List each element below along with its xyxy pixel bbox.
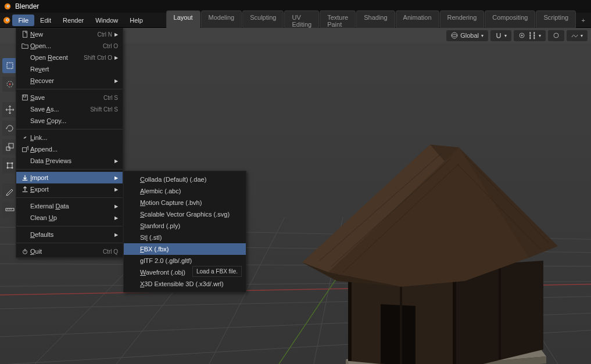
tab-layout[interactable]: Layout [166,10,200,30]
menu-item-data-previews[interactable]: Data Previews▶ [16,155,123,167]
menu-item-label: glTF 2.0 (.glb/.gltf) [140,257,241,264]
tab-compositing[interactable]: Compositing [485,10,535,30]
menu-item-label: Link... [30,134,118,141]
menu-item-label: Open Recent [30,54,84,61]
svg-rect-63 [23,95,26,98]
submenu-arrow-icon: ▶ [114,55,118,60]
workspace-tabs: LayoutModelingSculptingUV EditingTexture… [166,10,577,30]
menu-item-label: Collada (Default) (.dae) [140,176,241,183]
menu-item-label: Append... [30,146,118,153]
import-collada-default-dae[interactable]: Collada (Default) (.dae) [124,174,246,185]
import-alembic-abc[interactable]: Alembic (.abc) [124,185,246,197]
menu-item-quit[interactable]: QuitCtrl Q [16,246,123,257]
menu-item-label: Recover [30,77,112,84]
blender-logo-icon [3,2,12,10]
tab-rendering[interactable]: Rendering [440,10,485,30]
svg-point-9 [554,33,558,38]
viewport-shading-dropdown[interactable]: ▾ [567,30,588,41]
disk-icon [20,93,30,102]
svg-point-54 [12,163,13,164]
menu-item-save[interactable]: SaveCtrl S [16,92,123,103]
menu-item-open-recent[interactable]: Open RecentShift Ctrl O▶ [16,52,123,63]
import-motion-capture-bvh[interactable]: Motion Capture (.bvh) [124,197,246,208]
submenu-arrow-icon: ▶ [114,158,118,164]
svg-point-5 [6,19,8,20]
menu-window[interactable]: Window [89,15,124,26]
tab-sculpting[interactable]: Sculpting [242,10,284,30]
mesh-object-house[interactable] [285,130,558,364]
orientation-dropdown[interactable]: Global▾ [446,30,488,41]
blender-icon[interactable] [2,15,11,26]
menu-render[interactable]: Render [57,15,89,26]
menu-item-label: FBX (.fbx) [140,246,241,253]
menu-item-link[interactable]: Link... [16,132,123,143]
import-stl-stl[interactable]: Stl (.stl) [124,232,246,243]
menu-item-label: Save Copy... [30,117,118,124]
import-gltf-2-0-glb-gltf[interactable]: glTF 2.0 (.glb/.gltf) [124,255,246,266]
import-x3d-extensible-3d-x3d-wrl[interactable]: X3D Extensible 3D (.x3d/.wrl) [124,278,246,290]
svg-rect-47 [7,63,13,69]
svg-rect-57 [6,208,14,211]
menu-item-open[interactable]: Open...Ctrl O [16,40,123,52]
folder-icon [20,42,30,50]
tab-modeling[interactable]: Modeling [201,10,242,30]
svg-rect-50 [6,147,10,150]
tooltip: Load a FBX file. [192,266,242,277]
menu-item-label: Data Previews [30,157,112,164]
link-icon [20,134,30,142]
menu-help[interactable]: Help [124,15,149,26]
svg-point-6 [452,33,457,38]
power-icon [20,247,30,255]
menu-item-label: Stl (.stl) [140,234,241,241]
submenu-arrow-icon: ▶ [114,78,118,84]
svg-rect-51 [9,143,13,148]
svg-point-49 [9,84,11,85]
menu-edit[interactable]: Edit [34,15,57,26]
tab-scripting[interactable]: Scripting [536,10,576,30]
menu-item-label: Save As... [30,106,90,113]
export-icon [20,185,30,193]
import-fbx-fbx[interactable]: FBX (.fbx) [124,243,246,255]
tab-uv-editing[interactable]: UV Editing [284,10,319,30]
svg-marker-29 [381,304,416,364]
import-stanford-ply[interactable]: Stanford (.ply) [124,220,246,232]
svg-rect-52 [8,163,12,168]
submenu-arrow-icon: ▶ [114,204,118,209]
append-icon [20,145,30,153]
menu-item-label: Motion Capture (.bvh) [140,199,241,206]
menu-item-label: X3D Extensible 3D (.x3d/.wrl) [140,280,241,287]
menu-item-label: Save [30,94,103,101]
menu-item-label: Alembic (.abc) [140,188,241,194]
menu-item-clean-up[interactable]: Clean Up▶ [16,212,123,224]
menu-item-label: Export [30,186,112,193]
submenu-arrow-icon: ▶ [114,175,118,181]
menu-file[interactable]: File [12,15,34,26]
add-workspace-button[interactable]: + [578,17,589,24]
menu-item-external-data[interactable]: External Data▶ [16,200,123,212]
menu-item-label: Revert [30,66,118,73]
menu-item-revert[interactable]: Revert [16,63,123,75]
menu-item-export[interactable]: Export▶ [16,183,123,195]
svg-point-56 [12,167,13,169]
tab-texture-paint[interactable]: Texture Paint [320,10,356,30]
menu-item-label: Clean Up [30,214,112,221]
menu-item-recover[interactable]: Recover▶ [16,75,123,87]
tab-animation[interactable]: Animation [396,10,439,30]
menu-item-import[interactable]: Import▶ [16,172,123,183]
import-scalable-vector-graphics-svg[interactable]: Scalable Vector Graphics (.svg) [124,208,246,220]
svg-point-55 [7,167,9,169]
submenu-arrow-icon: ▶ [114,32,118,37]
menu-item-append[interactable]: Append... [16,143,123,155]
tab-shading[interactable]: Shading [356,10,395,30]
menu-item-save-copy[interactable]: Save Copy... [16,115,123,127]
menu-item-save-as[interactable]: Save As...Shift Ctrl S [16,103,123,115]
svg-rect-64 [23,147,27,152]
snap-dropdown[interactable]: ▾ [490,30,511,41]
menu-item-new[interactable]: NewCtrl N▶ [16,28,123,40]
viewport-overlays-button[interactable] [548,30,564,41]
menu-item-label: External Data [30,203,112,210]
app-title: Blender [15,2,39,10]
import-icon [20,174,30,182]
proportional-edit-dropdown[interactable]: ┇┇▾ [514,30,546,41]
menu-item-defaults[interactable]: Defaults▶ [16,229,123,240]
